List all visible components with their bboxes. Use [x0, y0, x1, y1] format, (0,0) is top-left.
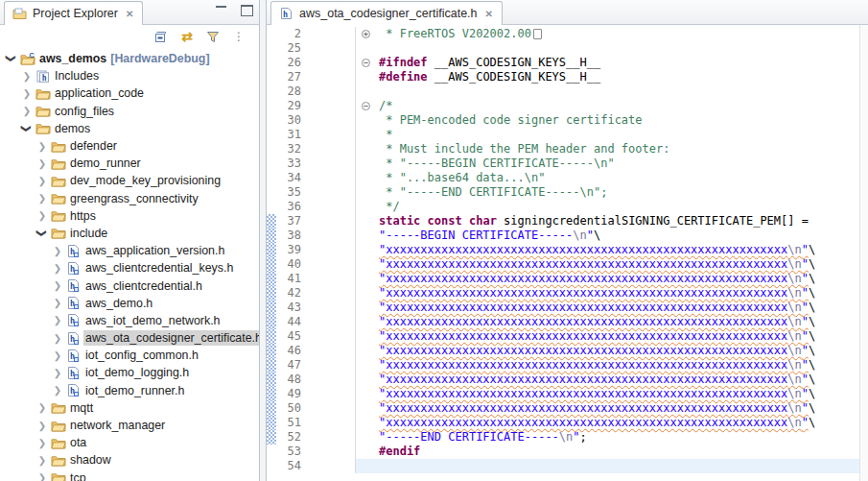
overview-ruler[interactable] — [859, 25, 868, 481]
code-line-51[interactable]: 51"xxxxxxxxxxxxxxxxxxxxxxxxxxxxxxxxxxxxx… — [267, 416, 859, 430]
line-number[interactable]: 47 — [276, 358, 301, 373]
code-line-25[interactable]: 25 — [267, 41, 859, 56]
code-text[interactable]: "xxxxxxxxxxxxxxxxxxxxxxxxxxxxxxxxxxxxxxx… — [376, 243, 859, 257]
chevron-collapsed-icon[interactable]: ❯ — [35, 191, 50, 206]
tree-item-label-wrap[interactable]: demos — [53, 121, 93, 136]
code-line-42[interactable]: 42"xxxxxxxxxxxxxxxxxxxxxxxxxxxxxxxxxxxxx… — [267, 286, 859, 301]
line-number[interactable]: 35 — [276, 185, 301, 200]
line-number[interactable]: 52 — [276, 430, 301, 445]
line-number[interactable]: 41 — [276, 272, 301, 286]
line-number[interactable]: 45 — [276, 329, 301, 344]
chevron-collapsed-icon[interactable]: ❯ — [35, 138, 50, 154]
tree-item-iot-config-common-h[interactable]: ❯hiot_config_common.h — [0, 347, 259, 364]
tree-item-label-wrap[interactable]: tcp — [68, 470, 89, 481]
tree-item-network-manager[interactable]: ❯network_manager — [0, 417, 259, 434]
code-text[interactable]: "xxxxxxxxxxxxxxxxxxxxxxxxxxxxxxxxxxxxxxx… — [376, 387, 859, 401]
tree-item-label-wrap[interactable]: greengrass_connectivity — [68, 191, 201, 206]
tree-item-label-wrap[interactable]: config_files — [53, 104, 117, 119]
code-line-40[interactable]: 40"xxxxxxxxxxxxxxxxxxxxxxxxxxxxxxxxxxxxx… — [267, 257, 859, 272]
tree-item-label-wrap[interactable]: dev_mode_key_provisioning — [68, 173, 223, 188]
line-number[interactable]: 25 — [276, 41, 301, 56]
code-line-34[interactable]: 34 * "...base64 data...\n" — [267, 171, 859, 185]
chevron-expanded-icon[interactable]: ❯ — [35, 226, 50, 241]
tree-item-aws-demo-h[interactable]: ❯haws_demo.h — [0, 295, 259, 312]
code-text[interactable]: * Must include the PEM header and footer… — [376, 142, 859, 156]
tree-item-application-code[interactable]: ❯application_code — [0, 84, 259, 102]
line-number[interactable]: 44 — [276, 315, 301, 329]
code-text[interactable]: "xxxxxxxxxxxxxxxxxxxxxxxxxxxxxxxxxxxxxxx… — [376, 401, 859, 416]
tree-item-label-wrap[interactable]: shadow — [68, 452, 114, 468]
tree-item-label-wrap[interactable]: application_code — [53, 85, 147, 101]
chevron-collapsed-icon[interactable]: ❯ — [50, 260, 65, 276]
chevron-collapsed-icon[interactable]: ❯ — [35, 418, 50, 433]
chevron-collapsed-icon[interactable]: ❯ — [35, 435, 50, 450]
chevron-collapsed-icon[interactable]: ❯ — [19, 104, 35, 119]
tree-item-dev-mode-key-provisioning[interactable]: ❯dev_mode_key_provisioning — [0, 172, 259, 189]
line-number[interactable]: 53 — [276, 445, 301, 459]
tree-item-aws-iot-demo-network-h[interactable]: ❯haws_iot_demo_network.h — [0, 312, 259, 329]
line-number[interactable]: 37 — [276, 214, 301, 228]
tree-item-label-wrap[interactable]: demo_runner — [68, 156, 144, 171]
code-line-41[interactable]: 41"xxxxxxxxxxxxxxxxxxxxxxxxxxxxxxxxxxxxx… — [267, 272, 859, 286]
chevron-collapsed-icon[interactable]: ❯ — [50, 348, 65, 363]
tab-editor-file[interactable]: h aws_ota_codesigner_certificate.h ✕ — [270, 1, 503, 25]
chevron-collapsed-icon[interactable]: ❯ — [19, 85, 35, 101]
tree-item-greengrass-connectivity[interactable]: ❯greengrass_connectivity — [0, 190, 259, 207]
code-text[interactable]: "xxxxxxxxxxxxxxxxxxxxxxxxxxxxxxxxxxxxxxx… — [376, 257, 859, 272]
chevron-collapsed-icon[interactable]: ❯ — [35, 173, 50, 188]
tree-item-label-wrap[interactable]: aws_application_version.h — [83, 243, 227, 258]
tree-item-label-wrap[interactable]: mqtt — [68, 400, 96, 416]
chevron-collapsed-icon[interactable]: ❯ — [50, 330, 65, 346]
chevron-collapsed-icon[interactable]: ❯ — [19, 68, 35, 84]
code-line-37[interactable]: 37static const char signingcredentialSIG… — [267, 214, 859, 228]
line-number[interactable]: 50 — [276, 401, 301, 416]
code-line-47[interactable]: 47"xxxxxxxxxxxxxxxxxxxxxxxxxxxxxxxxxxxxx… — [267, 358, 859, 373]
code-line-49[interactable]: 49"xxxxxxxxxxxxxxxxxxxxxxxxxxxxxxxxxxxxx… — [267, 387, 859, 401]
chevron-expanded-icon[interactable]: ❯ — [19, 121, 35, 136]
chevron-collapsed-icon[interactable]: ❯ — [35, 400, 50, 416]
code-text[interactable]: "xxxxxxxxxxxxxxxxxxxxxxxxxxxxxxxxxxxxxxx… — [376, 358, 859, 373]
close-icon[interactable]: ✕ — [485, 9, 493, 19]
tree-item-aws-clientcredential-keys-h[interactable]: ❯haws_clientcredential_keys.h — [0, 259, 259, 277]
line-number[interactable]: 36 — [276, 200, 301, 214]
code-text[interactable]: "xxxxxxxxxxxxxxxxxxxxxxxxxxxxxxxxxxxxxxx… — [376, 286, 859, 301]
tree-item-defender[interactable]: ❯defender — [0, 137, 259, 155]
code-area[interactable]: 2+ * FreeRTOS V202002.002526−#ifndef __A… — [267, 25, 859, 481]
line-number[interactable]: 34 — [276, 171, 301, 185]
tree-item-ota[interactable]: ❯ota — [0, 434, 259, 451]
code-text[interactable] — [376, 41, 859, 56]
chevron-collapsed-icon[interactable]: ❯ — [50, 278, 65, 294]
code-line-38[interactable]: 38"-----BEGIN CERTIFICATE-----\n"\ — [267, 228, 859, 243]
fold-collapse-icon[interactable]: − — [362, 102, 370, 110]
code-text[interactable]: static const char signingcredentialSIGNI… — [376, 214, 859, 228]
code-line-44[interactable]: 44"xxxxxxxxxxxxxxxxxxxxxxxxxxxxxxxxxxxxx… — [267, 315, 859, 329]
tree-item-aws-demos[interactable]: ❯Caws_demos[HardwareDebug] — [0, 50, 259, 67]
tree-item-label-wrap[interactable]: ota — [68, 435, 89, 450]
tree-item-aws-ota-codesigner-certificate-h[interactable]: ❯haws_ota_codesigner_certificate.h — [0, 329, 259, 347]
code-line-39[interactable]: 39"xxxxxxxxxxxxxxxxxxxxxxxxxxxxxxxxxxxxx… — [267, 243, 859, 257]
line-number[interactable]: 51 — [276, 416, 301, 430]
tree-item-config-files[interactable]: ❯config_files — [0, 103, 259, 120]
fold-collapse-icon[interactable]: − — [362, 59, 370, 67]
fold-expand-icon[interactable]: + — [362, 30, 370, 38]
tree-item-label-wrap[interactable]: defender — [68, 138, 120, 154]
code-text[interactable]: #endif — [376, 445, 859, 459]
tree-item-aws-application-version-h[interactable]: ❯haws_application_version.h — [0, 242, 259, 259]
code-line-33[interactable]: 33 * "-----BEGIN CERTIFICATE-----\n" — [267, 156, 859, 171]
tree-item-tcp[interactable]: ❯tcp — [0, 469, 259, 481]
code-text[interactable]: * "...base64 data...\n" — [376, 171, 859, 185]
collapse-all-button[interactable] — [152, 29, 170, 45]
code-line-26[interactable]: 26−#ifndef __AWS_CODESIGN_KEYS__H__ — [267, 56, 859, 70]
code-line-46[interactable]: 46"xxxxxxxxxxxxxxxxxxxxxxxxxxxxxxxxxxxxx… — [267, 344, 859, 358]
chevron-collapsed-icon[interactable]: ❯ — [50, 243, 65, 258]
tree-item-label-wrap[interactable]: aws_ota_codesigner_certificate.h — [83, 330, 259, 346]
line-number[interactable]: 28 — [276, 84, 301, 99]
code-text[interactable]: "xxxxxxxxxxxxxxxxxxxxxxxxxxxxxxxxxxxxxxx… — [376, 301, 859, 315]
tree-item-label-wrap[interactable]: aws_demo.h — [83, 296, 155, 311]
code-text[interactable]: * — [376, 128, 859, 142]
chevron-collapsed-icon[interactable]: ❯ — [35, 156, 50, 171]
code-text[interactable]: "-----END CERTIFICATE-----\n"; — [376, 430, 859, 445]
code-line-31[interactable]: 31 * — [267, 128, 859, 142]
code-line-35[interactable]: 35 * "-----END CERTIFICATE-----\n"; — [267, 185, 859, 200]
tab-project-explorer[interactable]: Project Explorer ✕ — [4, 1, 143, 25]
